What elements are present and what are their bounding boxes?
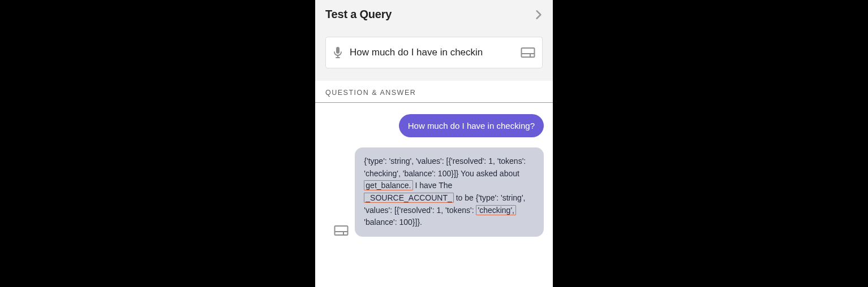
left-black-bar [0, 0, 315, 287]
bot-message-row: {'type': 'string', 'values': [{'resolved… [324, 147, 544, 237]
bot-bubble: {'type': 'string', 'values': [{'resolved… [355, 147, 544, 237]
conversation-area: How much do I have in checking? {'type':… [315, 103, 553, 287]
panel-title: Test a Query [325, 8, 392, 21]
header-row[interactable]: Test a Query [325, 8, 543, 21]
microphone-icon[interactable] [332, 46, 344, 59]
bot-text: I have The [413, 181, 453, 190]
bot-text: {'type': 'string', 'values': [{'resolved… [364, 156, 526, 178]
query-input-box[interactable] [325, 37, 543, 68]
chevron-right-icon[interactable] [535, 10, 543, 20]
user-message-row: How much do I have in checking? [324, 114, 544, 137]
highlight-checking: 'checking', [476, 205, 516, 215]
query-input[interactable] [350, 47, 514, 58]
section-header: QUESTION & ANSWER [315, 81, 553, 103]
svg-rect-3 [522, 48, 535, 57]
svg-rect-0 [336, 47, 340, 54]
bot-text: 'balance': 100}]}. [364, 218, 422, 227]
header-area: Test a Query [315, 0, 553, 81]
highlight-get-balance: get_balance. [364, 180, 412, 190]
test-query-panel: Test a Query [315, 0, 553, 287]
card-icon[interactable] [519, 47, 536, 58]
bot-avatar-icon [333, 224, 349, 237]
query-input-wrap [325, 37, 543, 68]
right-black-bar [553, 0, 868, 287]
user-bubble: How much do I have in checking? [399, 114, 544, 137]
svg-rect-6 [335, 226, 348, 235]
highlight-source-account: _SOURCE_ACCOUNT_ [364, 193, 453, 203]
